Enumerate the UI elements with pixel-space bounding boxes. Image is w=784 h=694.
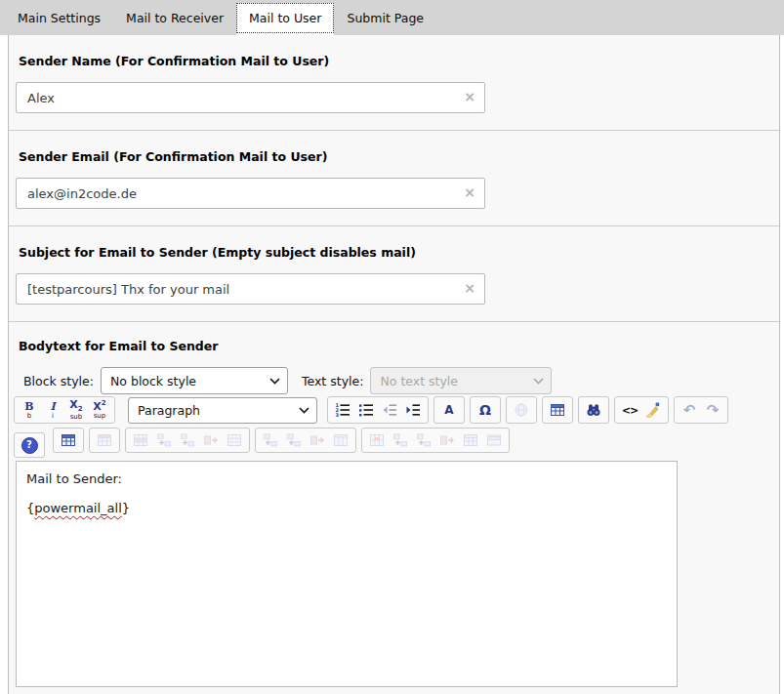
indent-icon [405, 402, 421, 418]
block-style-select[interactable]: No block style [101, 367, 288, 394]
find-replace-button[interactable] [582, 399, 605, 421]
row-delete-icon [203, 432, 219, 448]
insert-image-button [510, 399, 533, 421]
cleanup-button[interactable] [641, 399, 665, 421]
indent-button[interactable] [401, 399, 425, 421]
toolbar-button-group [125, 428, 250, 453]
sender-name-label: Sender Name (For Confirmation Mail to Us… [19, 54, 771, 68]
column-insert-before-button [259, 429, 282, 451]
clear-input-icon[interactable]: × [464, 185, 475, 199]
field-bodytext: Bodytext for Email to Sender Block style… [9, 322, 779, 687]
toolbar-button-group: Ω [470, 396, 501, 424]
text-style-label: Text style: [302, 374, 363, 388]
tab-main-settings[interactable]: Main Settings [5, 3, 113, 33]
subscript-button[interactable]: X2sub [64, 399, 88, 421]
table-insert-icon [61, 432, 76, 448]
subscript-icon: X2sub [69, 399, 82, 421]
subject-input[interactable] [16, 273, 485, 305]
sender-name-input[interactable] [16, 82, 485, 113]
chevron-down-icon [533, 378, 544, 385]
bodytext-label: Bodytext for Email to Sender [19, 339, 771, 353]
sender-email-input[interactable] [16, 178, 485, 209]
misspelled-word: powermail_all [34, 501, 122, 515]
table-insert-button[interactable] [57, 429, 80, 451]
toolbar-button-group: <> [614, 396, 669, 424]
svg-text:3: 3 [336, 412, 340, 418]
row-insert-under-icon [180, 432, 195, 448]
outdent-icon [382, 402, 397, 418]
tab-submit-page[interactable]: Submit Page [334, 3, 436, 33]
sender-email-input-wrap: × [16, 178, 485, 209]
text-style-value: No text style [380, 374, 458, 388]
tab-mail-to-user[interactable]: Mail to User [236, 3, 334, 33]
bold-button[interactable]: Bb [18, 399, 41, 421]
italic-button[interactable]: Ii [41, 399, 64, 421]
find-replace-icon [586, 402, 601, 418]
view-source-button[interactable]: <> [618, 399, 641, 421]
block-style-label: Block style: [23, 374, 94, 388]
sender-email-label: Sender Email (For Confirmation Mail to U… [19, 149, 771, 164]
cell-split-button [482, 429, 506, 451]
row-insert-under-button [176, 429, 199, 451]
cleanup-icon [645, 402, 661, 418]
column-split-icon [333, 432, 349, 448]
cell-merge-button [459, 429, 482, 451]
unordered-list-icon [358, 402, 374, 418]
row-properties-icon [133, 432, 148, 448]
cell-insert-before-icon [392, 432, 408, 448]
cell-properties-button [365, 429, 389, 451]
sender-name-input-wrap: × [16, 82, 485, 113]
paragraph-format-select[interactable]: Paragraph [128, 397, 317, 424]
block-style-value: No block style [110, 374, 196, 388]
toolbar-button-group [578, 396, 609, 424]
ordered-list-button[interactable]: 123 [331, 399, 354, 421]
column-insert-after-button [282, 429, 306, 451]
text-color-icon: A [444, 404, 453, 416]
row-split-button [223, 429, 246, 451]
row-insert-above-icon [156, 432, 172, 448]
cell-split-icon [486, 432, 502, 448]
outdent-button [378, 399, 401, 421]
rte-toolbar-row1: BbIiX2subX2sup Paragraph 123AΩ <> ↶↷ [14, 396, 771, 424]
cell-delete-button [435, 429, 459, 451]
bold-icon: Bb [24, 401, 33, 420]
editor-line: Mail to Sender: [26, 470, 667, 487]
cell-insert-after-button [412, 429, 435, 451]
toolbar-button-group [53, 428, 84, 453]
help-button[interactable]: ? [18, 434, 41, 456]
toolbar-button-group: BbIiX2subX2sup [14, 396, 115, 424]
special-character-icon: Ω [479, 403, 491, 417]
special-character-button[interactable]: Ω [474, 399, 497, 421]
rte-toolbar-row2: ? [14, 432, 50, 458]
paragraph-format-value: Paragraph [138, 403, 200, 418]
rte-editor-area[interactable]: Mail to Sender: {powermail_all} [16, 461, 678, 687]
text-color-button[interactable]: A [437, 399, 461, 421]
text-style-select[interactable]: No text style [370, 367, 552, 394]
field-subject: Subject for Email to Sender (Empty subje… [9, 226, 779, 322]
clear-input-icon[interactable]: × [464, 281, 475, 295]
tab-bar: Main Settings Mail to Receiver Mail to U… [0, 0, 784, 35]
toolbar-button-group: ↶↷ [674, 396, 728, 424]
cell-delete-icon [439, 432, 455, 448]
redo-button: ↷ [701, 399, 724, 421]
row-delete-button [199, 429, 223, 451]
cell-insert-after-icon [416, 432, 432, 448]
redo-icon: ↷ [707, 403, 720, 418]
undo-button: ↶ [678, 399, 701, 421]
table-properties-button [93, 429, 116, 451]
tab-content-panel: Sender Name (For Confirmation Mail to Us… [8, 35, 780, 694]
insert-image-icon [514, 402, 529, 418]
rte-style-row: Block style: No block style Text style: … [23, 367, 771, 394]
toolbar-button-group [506, 396, 537, 424]
subject-label: Subject for Email to Sender (Empty subje… [19, 245, 771, 260]
tab-mail-to-receiver[interactable]: Mail to Receiver [113, 3, 236, 33]
superscript-button[interactable]: X2sup [88, 399, 111, 421]
insert-table-button[interactable] [546, 399, 569, 421]
unordered-list-button[interactable] [354, 399, 378, 421]
clear-input-icon[interactable]: × [464, 90, 475, 103]
table-properties-icon [97, 432, 112, 448]
toolbar-button-group [89, 428, 120, 453]
toolbar-button-group [255, 428, 356, 453]
toolbar-button-group: ? [14, 432, 45, 458]
editor-line: {powermail_all} [26, 500, 667, 516]
